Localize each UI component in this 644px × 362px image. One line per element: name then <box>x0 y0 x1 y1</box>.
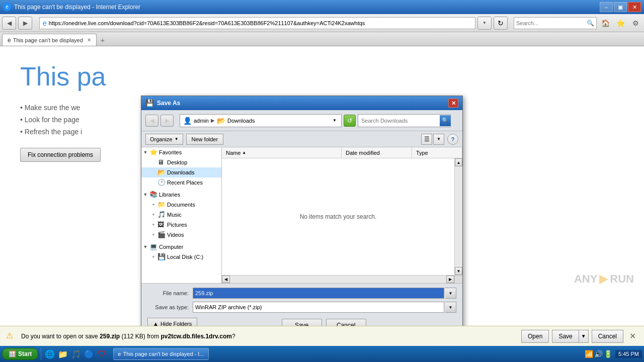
dialog-forward-btn[interactable]: ▶ <box>160 115 174 127</box>
tree-desktop[interactable]: 🖥 Desktop <box>141 157 221 167</box>
address-input[interactable]: https://onedrive.live.com/download?cid=7… <box>49 20 472 26</box>
dl-open-btn[interactable]: Open <box>521 330 549 343</box>
forward-btn[interactable]: ▶ <box>18 17 32 30</box>
address-bar: e https://onedrive.live.com/download?cid… <box>39 17 475 29</box>
help-btn[interactable]: ? <box>447 134 458 145</box>
tree-downloads[interactable]: 📂 Downloads <box>141 167 221 177</box>
download-message: Do you want to open or save 259.zip (112… <box>21 333 518 340</box>
videos-expander[interactable]: + <box>149 231 157 239</box>
restore-btn[interactable]: ▣ <box>614 2 627 12</box>
filename-input-wrap: ▼ <box>193 288 456 299</box>
tree-computer[interactable]: ▼ 💻 Computer <box>141 242 221 252</box>
close-btn[interactable]: ✕ <box>628 2 641 12</box>
minimize-btn[interactable]: – <box>600 2 613 12</box>
docs-expander[interactable]: + <box>149 201 157 209</box>
videos-icon: 🎬 <box>157 231 166 239</box>
dl-close-btn[interactable]: ✕ <box>627 331 638 341</box>
refresh-btn[interactable]: ↻ <box>494 17 508 30</box>
tree-music[interactable]: + 🎵 Music <box>141 210 221 220</box>
organize-btn[interactable]: Organize ▼ <box>145 134 183 145</box>
taskbar-folder-icon[interactable]: 📁 <box>57 348 69 360</box>
taskbar-ie-icon[interactable]: 🌐 <box>44 348 56 360</box>
start-btn[interactable]: 🪟 Start <box>2 348 38 360</box>
favorites-btn[interactable]: ⭐ <box>614 17 627 30</box>
download-filename: 259.zip <box>100 333 120 340</box>
dialog-location-bar[interactable]: 👤 admin ▶ 📂 Downloads ▼ <box>180 114 342 127</box>
dl-save-btn[interactable]: Save <box>552 330 579 343</box>
view-details-btn[interactable]: ☰ <box>421 134 432 145</box>
dl-save-dropdown-btn[interactable]: ▼ <box>579 330 589 343</box>
libraries-expander[interactable]: ▼ <box>141 191 149 199</box>
dialog-search-input[interactable] <box>358 114 451 127</box>
music-expander[interactable]: + <box>149 211 157 219</box>
file-area: Name ▲ Date modified Type No items match… <box>222 147 462 283</box>
battery-icon[interactable]: 🔋 <box>604 350 612 358</box>
filetype-dropdown-btn[interactable]: ▼ <box>445 302 456 313</box>
tab-favicon: e <box>8 37 11 44</box>
new-folder-btn[interactable]: New folder <box>186 134 224 145</box>
taskbar-separator <box>41 348 41 360</box>
tree-libraries[interactable]: ▼ 📚 Libraries <box>141 190 221 200</box>
favorites-label: Favorites <box>159 149 182 155</box>
col-type[interactable]: Type <box>412 147 462 158</box>
volume-icon[interactable]: 🔊 <box>594 350 603 358</box>
scroll-right-btn[interactable]: ▶ <box>446 276 454 283</box>
search-icon: 🔍 <box>587 20 594 27</box>
taskbar-window-btn[interactable]: e This page can't be displayed - I... <box>113 348 208 360</box>
back-btn[interactable]: ◀ <box>2 17 16 30</box>
dialog-cancel-btn[interactable]: Cancel <box>326 319 366 326</box>
active-tab[interactable]: e This page can't be displayed ✕ <box>2 34 97 46</box>
tree-pictures[interactable]: + 🖼 Pictures <box>141 220 221 230</box>
scroll-up-btn[interactable]: ▲ <box>455 158 462 166</box>
clock[interactable]: 5:45 PM <box>615 350 642 358</box>
filetype-input[interactable] <box>193 302 444 313</box>
dl-cancel-btn[interactable]: Cancel <box>592 330 623 343</box>
tab-close-btn[interactable]: ✕ <box>87 37 91 43</box>
scroll-h-track[interactable] <box>230 276 446 283</box>
favorites-expander[interactable]: ▼ <box>141 148 149 156</box>
home-btn[interactable]: 🏠 <box>599 17 612 30</box>
computer-expander[interactable]: ▼ <box>141 243 149 251</box>
location-dropdown-btn[interactable]: ▼ <box>331 117 338 124</box>
taskbar-media-icon[interactable]: 🎵 <box>70 348 82 360</box>
address-dropdown-btn[interactable]: ▼ <box>477 17 492 30</box>
col-date[interactable]: Date modified <box>342 147 412 158</box>
taskbar-earth-icon[interactable]: 🔵 <box>83 348 95 360</box>
taskbar-warning-icon[interactable]: 🛡 <box>96 348 108 360</box>
recent-label: Recent Places <box>167 179 203 186</box>
vertical-scrollbar[interactable]: ▲ ▼ <box>454 158 462 275</box>
network-icon[interactable]: 📶 <box>585 350 593 358</box>
tree-documents[interactable]: + 📁 Documents <box>141 200 221 210</box>
view-dropdown-btn[interactable]: ▼ <box>433 134 444 145</box>
pics-label: Pictures <box>167 222 187 228</box>
dialog-bottom: File name: ▼ Save as type: ▼ ▲ Hide Fold… <box>141 283 462 326</box>
tree-local-disk[interactable]: + 💾 Local Disk (C:) <box>141 252 221 262</box>
tools-btn[interactable]: ⚙ <box>629 17 642 30</box>
scroll-track[interactable] <box>455 166 462 267</box>
dialog-search-btn[interactable]: 🔍 <box>440 115 451 126</box>
filename-input[interactable] <box>193 288 444 299</box>
search-input[interactable] <box>516 20 587 26</box>
dialog-close-btn[interactable]: ✕ <box>448 99 458 108</box>
dialog-refresh-btn[interactable]: ↺ <box>344 115 356 127</box>
col-name[interactable]: Name ▲ <box>222 147 342 158</box>
hide-folders-btn[interactable]: ▲ Hide Folders <box>147 318 197 326</box>
new-tab-btn[interactable]: + <box>97 35 109 46</box>
docs-icon: 📁 <box>157 201 166 209</box>
scroll-down-btn[interactable]: ▼ <box>455 267 462 275</box>
tree-videos[interactable]: + 🎬 Videos <box>141 230 221 240</box>
dialog-save-btn[interactable]: Save <box>282 319 322 326</box>
pics-expander[interactable]: + <box>149 221 157 229</box>
scroll-left-btn[interactable]: ◀ <box>222 276 230 283</box>
disk-expander[interactable]: + <box>149 253 157 261</box>
start-label: Start <box>18 350 32 357</box>
tree-recent[interactable]: 🕐 Recent Places <box>141 177 221 188</box>
dialog-back-btn[interactable]: ◀ <box>145 115 158 127</box>
tree-favorites[interactable]: ▼ ⭐ Favorites <box>141 147 221 157</box>
file-empty-area: No items match your search. <box>222 158 454 275</box>
filename-dropdown-btn[interactable]: ▼ <box>445 288 456 299</box>
horizontal-scrollbar[interactable]: ◀ ▶ <box>222 275 454 283</box>
fix-connection-btn[interactable]: Fix connection problems <box>20 148 101 162</box>
start-icon: 🪟 <box>9 350 16 357</box>
dialog-titlebar: 💾 Save As ✕ <box>141 96 462 110</box>
